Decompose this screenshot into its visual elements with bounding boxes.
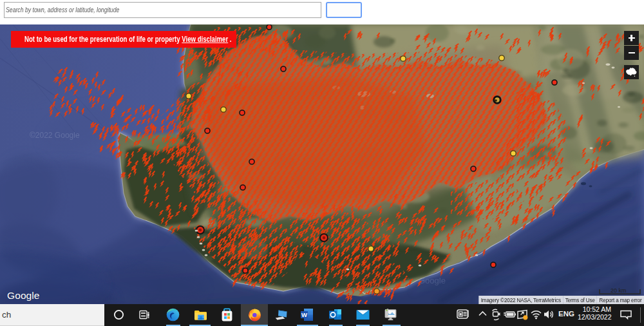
svg-text:©2022 Google: ©2022 Google xyxy=(30,131,80,140)
svg-text:20 km: 20 km xyxy=(611,287,627,294)
svg-text:W: W xyxy=(301,311,307,318)
svg-text:Google: Google xyxy=(419,276,446,285)
